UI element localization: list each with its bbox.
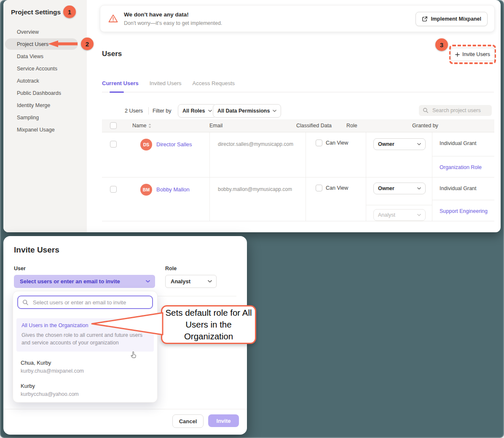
filter-by-label: Filter by xyxy=(153,108,171,114)
role-dropdown-disabled: Analyst xyxy=(373,209,426,221)
dialog-title: Invite Users xyxy=(14,245,59,255)
sidebar-item-sampling[interactable]: Sampling xyxy=(3,111,87,124)
option-user[interactable]: Kurby kurbycchua@yahoo.com xyxy=(21,383,79,397)
can-view-checkbox[interactable] xyxy=(316,185,322,191)
search-icon xyxy=(22,299,29,306)
users-table: Name Email Classified Data Role Granted … xyxy=(102,119,494,221)
granted-by-value: Individual Grant xyxy=(432,132,494,156)
banner-title: We don't have any data! xyxy=(124,11,189,18)
cancel-button[interactable]: Cancel xyxy=(172,414,204,428)
col-granted-by: Granted by xyxy=(412,123,438,129)
users-tabs: Current Users Invited Users Access Reque… xyxy=(102,77,494,92)
warning-icon xyxy=(108,13,118,24)
col-classified: Classified Data xyxy=(296,123,332,129)
chevron-down-icon xyxy=(417,143,421,145)
select-all-checkbox[interactable] xyxy=(110,122,117,129)
granted-by-link-cell: Support Engineering xyxy=(432,200,494,221)
filter-row: 2 Users Filter by All Roles All Data Per… xyxy=(102,104,494,118)
sidebar-item-autotrack[interactable]: Autotrack xyxy=(3,75,87,87)
annotation-arrow-icon xyxy=(47,40,78,48)
chevron-down-icon xyxy=(208,280,212,283)
annotation-badge-1: 1 xyxy=(63,5,76,18)
table-row: BM Bobby Mallon bobby.mallon@mymusicapp.… xyxy=(102,177,494,221)
hand-cursor-icon xyxy=(129,351,137,359)
row-checkbox[interactable] xyxy=(110,186,117,193)
col-name: Name xyxy=(132,123,146,129)
chevron-down-icon xyxy=(417,214,421,216)
support-engineering-link[interactable]: Support Engineering xyxy=(440,208,488,214)
sidebar-item-overview[interactable]: Overview xyxy=(3,26,87,38)
search-project-users[interactable] xyxy=(419,105,492,116)
role-dropdown[interactable]: Owner xyxy=(373,183,426,194)
external-link-icon xyxy=(422,16,428,22)
avatar: BM xyxy=(140,184,152,196)
granted-by-value: Individual Grant xyxy=(432,177,494,200)
settings-sidebar: Project Settings Overview Project Users … xyxy=(3,0,87,232)
invite-button[interactable]: Invite xyxy=(208,414,239,427)
sidebar-item-service-accounts[interactable]: Service Accounts xyxy=(3,62,87,75)
sort-icon[interactable] xyxy=(148,124,151,128)
chevron-down-icon xyxy=(273,110,276,112)
annotation-callout-tail xyxy=(89,310,164,337)
search-icon xyxy=(423,107,429,113)
sidebar-item-identity-merge[interactable]: Identity Merge xyxy=(3,99,87,111)
annotation-callout: Sets default role for All Users in the O… xyxy=(161,305,256,344)
user-select[interactable]: Select users or enter an email to invite xyxy=(14,275,155,288)
dropdown-search[interactable] xyxy=(17,296,153,309)
screenshot-canvas: Project Settings Overview Project Users … xyxy=(0,0,504,438)
user-name-link[interactable]: Bobby Mallon xyxy=(156,184,190,221)
can-view-label: Can View xyxy=(326,140,348,146)
plus-icon xyxy=(455,52,460,57)
project-settings-window: Project Settings Overview Project Users … xyxy=(3,0,501,232)
tab-access-requests[interactable]: Access Requests xyxy=(193,77,235,92)
tab-invited-users[interactable]: Invited Users xyxy=(150,77,182,92)
sidebar-item-mixpanel-usage[interactable]: Mixpanel Usage xyxy=(3,124,87,136)
tab-current-users[interactable]: Current Users xyxy=(102,77,139,92)
search-input[interactable] xyxy=(432,107,484,114)
roles-filter-dropdown[interactable]: All Roles xyxy=(178,104,217,118)
user-email: bobby.mallon@mymusicapp.com xyxy=(209,177,306,221)
annotation-badge-2: 2 xyxy=(81,38,94,50)
invite-users-label: Invite Users xyxy=(462,51,490,57)
dropdown-search-input[interactable] xyxy=(32,299,147,306)
annotation-badge-3: 3 xyxy=(435,38,448,51)
implement-mixpanel-button[interactable]: Implement Mixpanel xyxy=(416,12,488,26)
table-header: Name Email Classified Data Role Granted … xyxy=(102,119,494,132)
banner-action-label: Implement Mixpanel xyxy=(431,16,481,22)
chevron-down-icon xyxy=(146,280,150,283)
sidebar-item-public-dashboards[interactable]: Public Dashboards xyxy=(3,87,87,99)
row-checkbox[interactable] xyxy=(110,141,117,148)
no-data-banner: We don't have any data! Don't worry—it's… xyxy=(100,5,495,32)
invite-users-button[interactable]: Invite Users xyxy=(450,48,495,61)
annotation-dashed-box: Invite Users xyxy=(449,45,496,64)
user-email: director.salles@mymusicapp.com xyxy=(209,132,306,177)
banner-subtitle: Don't worry—it's easy to get implemented… xyxy=(124,20,222,26)
user-name-link[interactable]: Director Salles xyxy=(156,139,192,177)
table-row: DS Director Salles director.salles@mymus… xyxy=(102,132,494,177)
chevron-down-icon xyxy=(417,187,421,190)
permissions-filter-dropdown[interactable]: All Data Permissions xyxy=(213,104,281,118)
filter-divider xyxy=(148,107,149,115)
role-field-label: Role xyxy=(165,266,177,271)
user-select-dropdown: All Users in the Organization Gives the … xyxy=(13,291,158,403)
page-title: Project Settings xyxy=(11,8,61,16)
role-select[interactable]: Analyst xyxy=(165,275,217,288)
active-tab-underline xyxy=(110,91,124,93)
users-heading: Users xyxy=(102,50,122,58)
col-email: Email xyxy=(209,123,223,129)
sidebar-item-data-views[interactable]: Data Views xyxy=(3,50,87,62)
can-view-label: Can View xyxy=(326,185,348,191)
user-field-label: User xyxy=(14,266,26,271)
footer-divider xyxy=(3,409,247,409)
can-view-checkbox[interactable] xyxy=(316,140,322,146)
avatar: DS xyxy=(140,139,152,150)
option-user[interactable]: Chua, Kurby kurby.chua@mixpanel.com xyxy=(21,360,84,374)
granted-by-link-cell: Organization Role xyxy=(432,156,494,177)
role-dropdown[interactable]: Owner xyxy=(373,138,426,150)
organization-role-link[interactable]: Organization Role xyxy=(440,164,482,170)
chevron-down-icon xyxy=(208,110,212,112)
col-role: Role xyxy=(346,123,357,129)
user-count: 2 Users xyxy=(125,108,143,114)
